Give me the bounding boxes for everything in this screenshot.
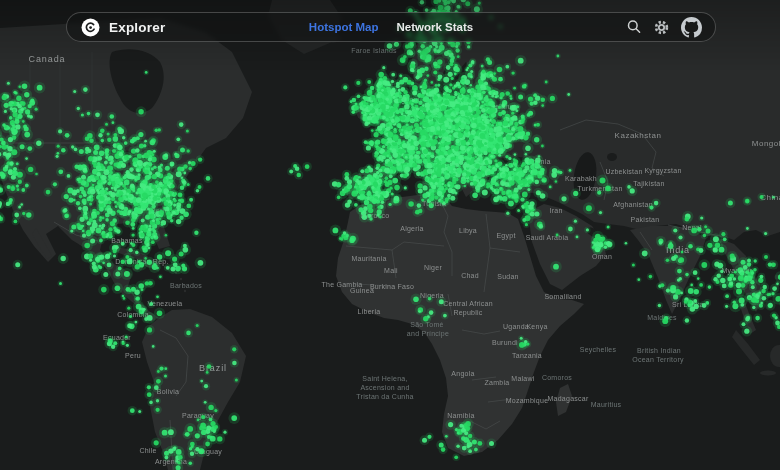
- brand[interactable]: Explorer: [80, 17, 165, 38]
- svg-text:Peru: Peru: [125, 352, 141, 359]
- svg-text:Mongolia: Mongolia: [752, 139, 780, 148]
- brand-label: Explorer: [109, 20, 165, 35]
- svg-text:Algeria: Algeria: [400, 225, 424, 233]
- svg-text:Saint Helena,: Saint Helena,: [362, 375, 407, 382]
- svg-text:Barbados: Barbados: [170, 282, 202, 289]
- aral-sea: [607, 153, 617, 161]
- svg-text:Uzbekistan: Uzbekistan: [605, 168, 642, 175]
- svg-text:Kyrgyzstan: Kyrgyzstan: [644, 167, 681, 175]
- svg-text:Canada: Canada: [29, 54, 66, 64]
- svg-text:Zambia: Zambia: [485, 379, 510, 386]
- tab-network-stats[interactable]: Network Stats: [396, 21, 473, 33]
- navbar: Explorer Hotspot Map Network Stats: [66, 12, 716, 42]
- svg-text:Somaliland: Somaliland: [544, 293, 581, 300]
- svg-text:Iran: Iran: [549, 207, 562, 214]
- svg-text:Angola: Angola: [451, 370, 474, 378]
- svg-text:Niger: Niger: [424, 264, 442, 272]
- svg-text:Sudan: Sudan: [497, 273, 519, 280]
- svg-text:British Indian: British Indian: [637, 347, 681, 354]
- svg-text:Mauritius: Mauritius: [591, 401, 622, 408]
- svg-text:Comoros: Comoros: [542, 374, 572, 381]
- svg-text:Guinea: Guinea: [350, 287, 374, 294]
- helium-logo-icon: [80, 17, 101, 38]
- svg-text:Malawi: Malawi: [511, 375, 534, 382]
- svg-text:Tajikistan: Tajikistan: [633, 180, 664, 188]
- svg-text:Namibia: Namibia: [447, 412, 474, 419]
- svg-text:Kenya: Kenya: [526, 323, 547, 331]
- svg-text:Republic: Republic: [453, 309, 482, 317]
- svg-text:Seychelles: Seychelles: [580, 346, 617, 354]
- svg-text:Uganda: Uganda: [503, 323, 529, 331]
- svg-text:Tanzania: Tanzania: [512, 352, 542, 359]
- svg-text:Kazakhstan: Kazakhstan: [615, 131, 662, 140]
- svg-text:Ascension and: Ascension and: [360, 384, 409, 391]
- svg-text:Madagascar: Madagascar: [547, 395, 588, 403]
- svg-text:Mali: Mali: [384, 267, 398, 274]
- github-icon[interactable]: [681, 17, 702, 38]
- svg-text:Burundi: Burundi: [492, 339, 518, 346]
- svg-text:Mozambique: Mozambique: [506, 397, 549, 405]
- svg-text:Central African: Central African: [443, 300, 493, 307]
- svg-text:Karabakh: Karabakh: [565, 175, 597, 182]
- svg-text:Tristan da Cunha: Tristan da Cunha: [356, 393, 413, 400]
- svg-text:Chad: Chad: [461, 272, 479, 279]
- java: [760, 371, 776, 376]
- search-icon[interactable]: [626, 19, 642, 35]
- svg-text:Libya: Libya: [459, 227, 477, 235]
- svg-text:Saudi Arabia: Saudi Arabia: [526, 234, 569, 241]
- svg-text:Liberia: Liberia: [358, 308, 381, 315]
- nav-tabs: Hotspot Map Network Stats: [309, 21, 473, 33]
- svg-text:and Príncipe: and Príncipe: [407, 330, 449, 338]
- tab-hotspot-map[interactable]: Hotspot Map: [309, 21, 379, 33]
- world-map[interactable]: CanadaFaroe IslandsUnited KingdomBelarus…: [0, 0, 780, 470]
- svg-text:Mauritania: Mauritania: [351, 255, 386, 262]
- svg-text:Pakistan: Pakistan: [631, 216, 660, 223]
- settings-gear-icon[interactable]: [653, 19, 670, 36]
- svg-text:Egypt: Egypt: [496, 232, 515, 240]
- app-stage: CanadaFaroe IslandsUnited KingdomBelarus…: [0, 0, 780, 470]
- svg-text:Burkina Faso: Burkina Faso: [370, 283, 414, 290]
- svg-text:Chile: Chile: [139, 447, 156, 454]
- svg-text:Afghanistan: Afghanistan: [613, 201, 653, 209]
- nav-icons: [626, 17, 702, 38]
- svg-text:Ocean Territory: Ocean Territory: [632, 356, 684, 364]
